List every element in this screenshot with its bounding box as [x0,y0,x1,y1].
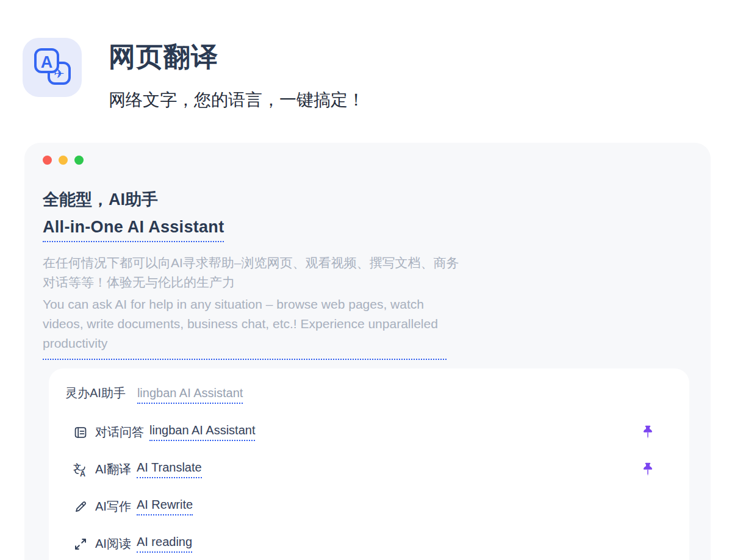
menu-item-ai-reading[interactable]: AI阅读 AI reading [65,535,665,553]
menu-label-english-translated: AI Rewrite [137,498,193,515]
heading-chinese: 全能型，AI助手 [43,188,711,210]
expand-arrows-icon [73,537,88,551]
assistant-name-chinese: 灵办AI助手 [65,385,126,401]
menu-item-ai-rewrite[interactable]: AI写作 AI Rewrite [65,498,665,515]
description-chinese: 在任何情况下都可以向AI寻求帮助–浏览网页、观看视频、撰写文档、商务对话等等！体… [43,253,464,292]
assistant-panel: 灵办AI助手 lingban AI Assistant 对话问答 lingban… [49,368,689,560]
menu-label-chinese: AI写作 [95,498,131,515]
menu-label-chinese: AI阅读 [95,536,131,552]
pin-icon[interactable] [642,461,653,478]
assistant-name-english-translated: lingban AI Assistant [137,386,243,404]
menu-label-chinese: AI翻译 [95,461,131,478]
menu-item-chat-qa[interactable]: 对话问答 lingban AI Assistant [65,423,665,441]
heading-english-translated: All-in-One AI Assistant [43,218,224,242]
zoom-dot-icon[interactable] [74,156,84,165]
chat-doc-icon [73,425,88,440]
traffic-lights [43,156,711,165]
menu-label-english-translated: AI Translate [137,461,202,478]
assistant-panel-header: 灵办AI助手 lingban AI Assistant [65,385,665,404]
description-english-translated: You can ask AI for help in any situation… [43,295,447,360]
translate-icon: 文 A [73,462,88,477]
pin-icon[interactable] [642,424,653,441]
preview-window: 全能型，AI助手 All-in-One AI Assistant 在任何情况下都… [24,143,711,560]
minimize-dot-icon[interactable] [59,156,68,165]
close-dot-icon[interactable] [43,156,52,165]
menu-item-ai-translate[interactable]: 文 A AI翻译 AI Translate [65,461,665,478]
letter-a-glyph: A [41,53,53,71]
pencil-icon [73,500,88,514]
menu-label-english-translated: lingban AI Assistant [149,423,255,441]
menu-label-english-translated: AI reading [137,535,192,553]
page-subtitle: 网络文字，您的语言，一键搞定！ [109,88,365,112]
menu-label-chinese: 对话问答 [95,424,144,440]
page-header: ✈ A 网页翻译 网络文字，您的语言，一键搞定！ [23,38,732,112]
page-title: 网页翻译 [109,39,365,75]
translate-app-icon: ✈ A [23,38,82,97]
